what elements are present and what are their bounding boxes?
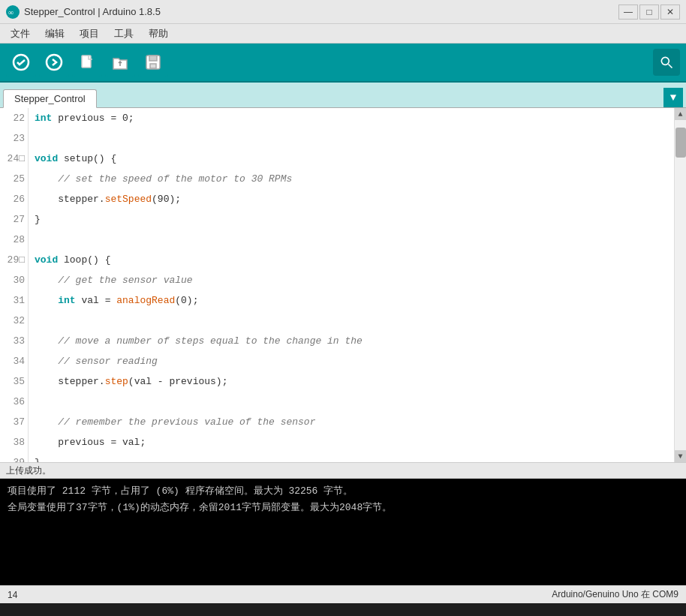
svg-rect-7	[150, 64, 156, 68]
svg-point-8	[661, 57, 669, 65]
minimize-button[interactable]: —	[618, 5, 638, 20]
code-line-27: }	[35, 209, 668, 230]
window-controls: — □ ✕	[618, 5, 680, 20]
arduino-logo-icon: ∞	[6, 5, 20, 19]
tab-bar: Stepper_Control ▼	[0, 83, 686, 108]
menubar: 文件 编辑 项目 工具 帮助	[0, 24, 686, 44]
code-editor[interactable]: int previous = 0; void setup() { // set …	[29, 108, 674, 462]
output-line-2: 全局变量使用了37字节，(1%)的动态内存，余留2011字节局部变量。最大为20…	[8, 500, 678, 516]
chevron-down-icon: ▼	[670, 92, 676, 104]
code-line-25: // set the speed of the motor to 30 RPMs	[35, 169, 668, 189]
code-line-32	[35, 311, 668, 331]
svg-text:∞: ∞	[8, 8, 14, 17]
output-console: 项目使用了 2112 字节，占用了 (6%) 程序存储空间。最大为 32256 …	[0, 479, 686, 585]
titlebar-left: ∞ Stepper_Control | Arduino 1.8.5	[6, 5, 161, 19]
code-line-33: // move a number of steps equal to the c…	[35, 331, 668, 351]
window-title: Stepper_Control | Arduino 1.8.5	[24, 6, 161, 17]
code-line-37: // remember the previous value of the se…	[35, 412, 668, 432]
scroll-track[interactable]	[675, 120, 687, 450]
scroll-thumb[interactable]	[675, 128, 686, 158]
editor-container: 22 23 24□ 25 26 27 28 29□ 30 31 32 33 34…	[0, 108, 686, 462]
code-line-35: stepper.step(val - previous);	[35, 371, 668, 392]
upload-button[interactable]	[39, 47, 69, 77]
svg-rect-6	[149, 56, 157, 61]
code-line-26: stepper.setSpeed(90);	[35, 189, 668, 209]
scroll-down-arrow[interactable]: ▼	[675, 450, 687, 462]
open-button[interactable]	[105, 47, 135, 77]
menu-file[interactable]: 文件	[3, 26, 38, 42]
code-line-24: void setup() {	[35, 149, 668, 169]
code-line-22: int previous = 0;	[35, 108, 668, 128]
code-line-30: // get the sensor value	[35, 270, 668, 290]
code-line-31: int val = analogRead(0);	[35, 290, 668, 311]
code-line-39: }	[35, 452, 668, 462]
code-line-28	[35, 230, 668, 250]
bottom-statusbar: 14 Arduino/Genuino Uno 在 COM9	[0, 585, 686, 603]
verify-button[interactable]	[6, 47, 36, 77]
cursor-line-number: 14	[8, 590, 17, 600]
code-line-36	[35, 392, 668, 412]
search-button[interactable]	[653, 49, 680, 76]
maximize-button[interactable]: □	[639, 5, 659, 20]
menu-help[interactable]: 帮助	[141, 26, 176, 42]
new-button[interactable]	[72, 47, 102, 77]
save-button[interactable]	[138, 47, 168, 77]
upload-status-bar: 上传成功。	[0, 462, 686, 479]
upload-status-text: 上传成功。	[6, 464, 51, 477]
svg-line-9	[669, 65, 672, 68]
code-line-38: previous = val;	[35, 432, 668, 452]
menu-project[interactable]: 项目	[72, 26, 107, 42]
svg-point-2	[47, 55, 62, 70]
vertical-scrollbar: ▲ ▼	[674, 108, 686, 462]
scroll-up-arrow[interactable]: ▲	[675, 108, 687, 120]
titlebar: ∞ Stepper_Control | Arduino 1.8.5 — □ ✕	[0, 0, 686, 24]
menu-edit[interactable]: 编辑	[38, 26, 72, 42]
svg-rect-3	[82, 56, 91, 68]
output-line-1: 项目使用了 2112 字节，占用了 (6%) 程序存储空间。最大为 32256 …	[8, 483, 678, 500]
toolbar	[0, 44, 686, 83]
code-line-29: void loop() {	[35, 250, 668, 270]
menu-tools[interactable]: 工具	[107, 26, 141, 42]
tab-dropdown-arrow[interactable]: ▼	[663, 88, 683, 107]
tab-stepper-control[interactable]: Stepper_Control	[3, 89, 97, 108]
close-button[interactable]: ✕	[660, 5, 680, 20]
line-numbers: 22 23 24□ 25 26 27 28 29□ 30 31 32 33 34…	[0, 108, 29, 462]
board-info: Arduino/Genuino Uno 在 COM9	[552, 588, 678, 601]
code-line-34: // sensor reading	[35, 351, 668, 371]
code-line-23	[35, 128, 668, 149]
